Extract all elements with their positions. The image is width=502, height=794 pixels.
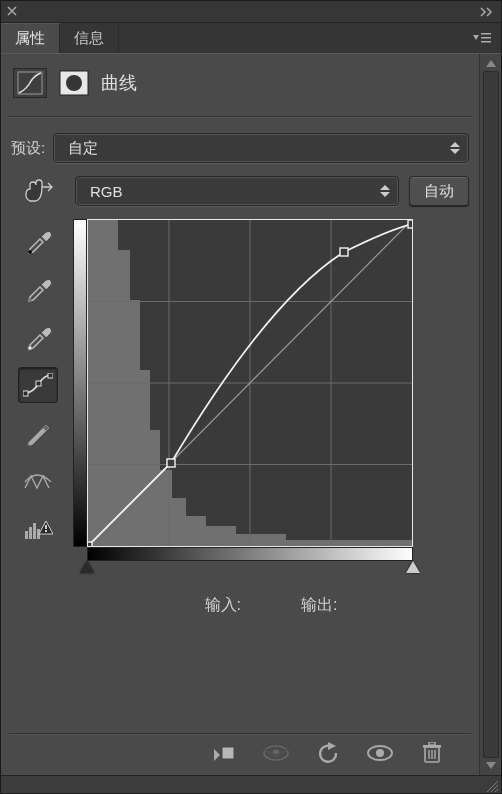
svg-rect-23 bbox=[45, 530, 47, 532]
svg-marker-7 bbox=[450, 142, 460, 147]
clip-warning-icon[interactable] bbox=[18, 511, 58, 547]
hand-target-icon[interactable] bbox=[18, 173, 58, 209]
scroll-down-icon[interactable] bbox=[486, 762, 496, 769]
svg-rect-32 bbox=[206, 526, 236, 546]
svg-rect-34 bbox=[286, 540, 412, 546]
close-icon[interactable] bbox=[7, 5, 17, 18]
input-gradient bbox=[87, 547, 413, 561]
svg-line-63 bbox=[495, 789, 498, 792]
collapse-icon[interactable] bbox=[479, 6, 495, 18]
adjustment-header: 曲线 bbox=[9, 64, 471, 106]
svg-rect-44 bbox=[340, 248, 348, 256]
svg-marker-0 bbox=[473, 35, 479, 40]
curve-tool-column bbox=[11, 219, 65, 624]
svg-marker-9 bbox=[380, 185, 390, 190]
svg-rect-43 bbox=[167, 459, 175, 467]
channel-dropdown[interactable]: RGB bbox=[75, 176, 399, 206]
input-sliders bbox=[87, 561, 413, 577]
svg-rect-27 bbox=[140, 370, 150, 546]
curve-point-icon[interactable] bbox=[18, 367, 58, 403]
svg-marker-8 bbox=[450, 149, 460, 154]
preset-label: 预设: bbox=[11, 139, 45, 158]
svg-rect-16 bbox=[48, 373, 53, 378]
svg-rect-18 bbox=[29, 527, 32, 539]
curve-area: 输入: 输出: bbox=[73, 219, 469, 624]
black-point-slider[interactable] bbox=[80, 561, 94, 573]
panel-footer bbox=[9, 733, 471, 771]
preset-dropdown[interactable]: 自定 bbox=[53, 133, 469, 163]
svg-rect-25 bbox=[118, 250, 130, 546]
resize-grip[interactable] bbox=[1, 775, 501, 793]
svg-marker-50 bbox=[328, 742, 336, 750]
visibility-icon[interactable] bbox=[365, 740, 395, 766]
svg-marker-46 bbox=[214, 749, 220, 761]
svg-point-6 bbox=[66, 75, 82, 91]
svg-point-12 bbox=[28, 298, 32, 302]
svg-rect-22 bbox=[45, 525, 47, 529]
tab-bar: 属性 信息 bbox=[1, 23, 501, 53]
svg-rect-30 bbox=[172, 498, 186, 546]
reset-icon[interactable] bbox=[313, 740, 343, 766]
svg-rect-26 bbox=[130, 300, 140, 546]
svg-rect-47 bbox=[222, 747, 234, 759]
svg-marker-60 bbox=[486, 762, 496, 769]
scrollbar-track[interactable] bbox=[483, 71, 499, 758]
vertical-scrollbar[interactable] bbox=[479, 54, 501, 775]
svg-marker-10 bbox=[380, 192, 390, 197]
output-gradient bbox=[73, 219, 87, 547]
eyedropper-black-icon[interactable] bbox=[18, 223, 58, 259]
svg-rect-3 bbox=[481, 41, 491, 43]
tab-info[interactable]: 信息 bbox=[60, 23, 119, 53]
adjustment-title: 曲线 bbox=[101, 71, 137, 95]
svg-rect-14 bbox=[23, 391, 28, 396]
caret-icon bbox=[380, 185, 390, 197]
tab-properties[interactable]: 属性 bbox=[1, 23, 60, 53]
output-label: 输出: bbox=[301, 595, 337, 616]
svg-rect-31 bbox=[186, 516, 206, 546]
smooth-curve-icon[interactable] bbox=[18, 463, 58, 499]
divider bbox=[9, 116, 471, 117]
clip-to-layer-icon[interactable] bbox=[209, 740, 239, 766]
svg-rect-2 bbox=[481, 37, 491, 39]
preset-row: 预设: 自定 bbox=[9, 127, 471, 163]
scroll-up-icon[interactable] bbox=[486, 60, 496, 67]
svg-rect-45 bbox=[408, 220, 412, 228]
svg-rect-15 bbox=[36, 381, 41, 386]
svg-point-11 bbox=[28, 250, 32, 254]
pencil-icon[interactable] bbox=[18, 415, 58, 451]
svg-rect-58 bbox=[429, 742, 435, 745]
svg-line-62 bbox=[491, 785, 498, 792]
curve-canvas[interactable] bbox=[87, 219, 413, 547]
view-previous-icon[interactable] bbox=[261, 740, 291, 766]
eyedropper-gray-icon[interactable] bbox=[18, 271, 58, 307]
channel-row: RGB 自动 bbox=[9, 173, 471, 209]
channel-value: RGB bbox=[90, 183, 123, 200]
trash-icon[interactable] bbox=[417, 740, 447, 766]
layer-mask-icon[interactable] bbox=[57, 68, 91, 98]
svg-rect-42 bbox=[88, 542, 92, 546]
svg-rect-19 bbox=[33, 523, 36, 539]
preset-value: 自定 bbox=[68, 139, 98, 158]
svg-point-52 bbox=[376, 749, 384, 757]
io-readout: 输入: 输出: bbox=[73, 577, 469, 624]
white-point-slider[interactable] bbox=[406, 561, 420, 573]
svg-rect-29 bbox=[160, 470, 172, 546]
svg-rect-33 bbox=[236, 534, 286, 546]
input-label: 输入: bbox=[205, 595, 241, 616]
svg-rect-1 bbox=[481, 33, 491, 35]
panel-chrome-bar bbox=[1, 1, 501, 23]
eyedropper-white-icon[interactable] bbox=[18, 319, 58, 355]
panel-menu-icon[interactable] bbox=[469, 23, 495, 53]
svg-point-13 bbox=[28, 346, 32, 350]
caret-icon bbox=[450, 142, 460, 154]
svg-rect-28 bbox=[150, 430, 160, 546]
svg-marker-59 bbox=[486, 60, 496, 67]
svg-rect-17 bbox=[25, 531, 28, 539]
curves-adjustment-icon[interactable] bbox=[13, 68, 47, 98]
auto-button[interactable]: 自动 bbox=[409, 176, 469, 206]
